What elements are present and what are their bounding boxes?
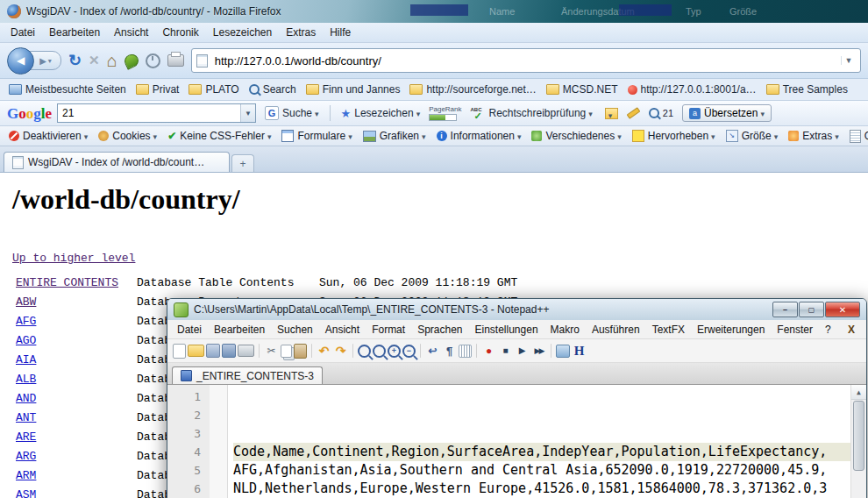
webdev-cookies-menu[interactable]: Cookies [93, 129, 162, 143]
webdev-groesse-menu[interactable]: Größe [721, 129, 784, 143]
history-clock-icon[interactable] [146, 53, 160, 68]
webdev-extras-menu[interactable]: Extras [783, 129, 844, 143]
menu-item[interactable]: Fenster [771, 322, 819, 338]
webdev-css-menu[interactable]: Keine CSS-Fehler [162, 129, 276, 143]
menu-item[interactable]: Lesezeichen [206, 25, 279, 40]
spellcheck-button[interactable]: Rechtschreibprüfung [467, 105, 596, 122]
menu-item[interactable]: Datei [4, 25, 42, 40]
tab-wsgidav[interactable]: WsgiDAV - Index of /world-db/count… [4, 152, 230, 172]
webdev-grafiken-menu[interactable]: Grafiken [358, 129, 431, 143]
menu-item[interactable]: Ansicht [107, 25, 155, 40]
play-macro-icon[interactable]: ▶ [515, 344, 530, 359]
word-find-button[interactable]: 21 [645, 106, 677, 120]
replace-icon[interactable] [373, 345, 386, 358]
entry-link[interactable]: ABW [16, 295, 36, 309]
stop-button[interactable] [89, 53, 100, 68]
new-tab-button[interactable]: + [231, 154, 254, 172]
url-history-dropdown-icon[interactable] [841, 56, 856, 65]
minimize-button[interactable] [772, 302, 798, 317]
print-icon[interactable] [238, 345, 254, 357]
bookmark-finn-und-jannes[interactable]: Finn und Jannes [302, 82, 405, 97]
close-button[interactable] [825, 302, 860, 317]
pagerank-widget[interactable]: PageRank [429, 105, 461, 121]
record-macro-icon[interactable]: ● [481, 344, 496, 359]
entry-link[interactable]: ASM [16, 488, 36, 498]
bookmark-mcsd-net[interactable]: MCSD.NET [542, 82, 623, 97]
open-file-icon[interactable] [188, 345, 204, 357]
search-history-dropdown-icon[interactable] [240, 104, 255, 122]
entry-link[interactable]: ENTIRE CONTENTS [16, 276, 118, 289]
webdev-verschiedenes-menu[interactable]: Verschiedenes [526, 129, 626, 143]
menu-item[interactable]: Einstellungen [469, 322, 544, 338]
bookmark-privat[interactable]: Privat [132, 82, 184, 97]
webdev-deaktivieren-menu[interactable]: Deaktivieren [4, 129, 93, 143]
redo-icon[interactable]: ↷ [333, 344, 348, 359]
menu-item[interactable]: Bearbeiten [42, 25, 107, 40]
menu-item[interactable]: Extras [279, 25, 323, 40]
menu-item[interactable]: Ansicht [319, 322, 366, 338]
bookmark-sourceforge[interactable]: http://sourceforge.net… [405, 82, 540, 97]
text-editor[interactable]: 123456 Code,Name,Continent,Region,Surfac… [167, 385, 866, 498]
reload-button[interactable] [68, 53, 82, 68]
zoom-out-icon[interactable]: − [402, 345, 416, 358]
entry-link[interactable]: ARG [16, 450, 36, 463]
paste-icon[interactable] [294, 344, 307, 359]
bookmark-plato[interactable]: PLATO [184, 82, 243, 97]
firefox-titlebar[interactable]: WsgiDAV - Index of /world-db/country/ - … [0, 0, 868, 23]
entry-link[interactable]: AIA [16, 353, 36, 366]
entry-link[interactable]: ARM [16, 469, 36, 482]
bookmark-meistbesuchte-seiten[interactable]: Meistbesuchte Seiten [4, 82, 131, 97]
document-monitor-icon[interactable] [556, 345, 570, 358]
webdev-formulare-menu[interactable]: Formulare [276, 129, 357, 143]
menu-item[interactable]: Suchen [271, 322, 319, 338]
menu-item[interactable]: ? [819, 322, 837, 338]
addon-leaf-icon[interactable] [122, 52, 140, 69]
save-all-icon[interactable] [222, 344, 236, 358]
undo-icon[interactable]: ↶ [317, 344, 331, 359]
entry-link[interactable]: AND [16, 392, 36, 405]
stop-macro-icon[interactable]: ■ [498, 344, 513, 359]
zoom-in-icon[interactable]: + [388, 345, 401, 358]
cut-icon[interactable]: ✂ [264, 344, 279, 359]
google-search-input[interactable] [58, 106, 240, 120]
menu-item[interactable]: Makro [544, 322, 586, 338]
entry-link[interactable]: AGO [16, 334, 36, 347]
url-input[interactable] [213, 53, 836, 68]
run-macro-multiple-icon[interactable]: ▶▶ [531, 344, 546, 359]
entry-link[interactable]: AFG [16, 315, 36, 328]
entry-link[interactable]: ALB [16, 373, 36, 386]
bookmark-localhost-8001[interactable]: http://127.0.0.1:8001/a… [623, 82, 761, 97]
notepad-titlebar[interactable]: C:\Users\Martin\AppData\Local\Temp\_ENTI… [167, 299, 866, 320]
document-tab[interactable]: _ENTIRE_CONTENTS-3 [172, 366, 323, 384]
scrollbar-thumb[interactable] [853, 401, 864, 471]
close-document-icon[interactable]: X [848, 324, 863, 336]
bookmark-search[interactable]: Search [245, 82, 301, 97]
home-button[interactable] [107, 52, 117, 69]
translate-button[interactable]: Übersetzen [682, 104, 772, 122]
maximize-button[interactable] [799, 302, 824, 317]
new-file-icon[interactable] [173, 344, 186, 359]
webdev-hervorheben-menu[interactable]: Hervorheben [627, 129, 721, 143]
html-preview-icon[interactable]: H [572, 344, 587, 359]
google-bookmarks-button[interactable]: Lesezeichen [338, 105, 424, 121]
menu-item[interactable]: Datei [171, 322, 208, 338]
menu-item[interactable]: Chronik [155, 25, 205, 40]
bookmark-tree-samples[interactable]: Tree Samples [762, 82, 852, 97]
save-icon[interactable] [206, 344, 220, 358]
autofill-button[interactable] [601, 106, 622, 121]
google-search-button[interactable]: Suche [261, 104, 323, 122]
indent-guide-icon[interactable] [459, 345, 472, 358]
scroll-up-icon[interactable] [851, 385, 866, 400]
menu-item[interactable]: Bearbeiten [208, 322, 271, 338]
webdev-quelltext-menu[interactable]: Quelltext [844, 129, 868, 144]
highlighter-icon[interactable] [626, 107, 640, 119]
entry-link[interactable]: ARE [16, 430, 36, 444]
menu-item[interactable]: Sprachen [411, 322, 468, 338]
back-button[interactable] [7, 47, 34, 75]
menu-item[interactable]: Format [366, 322, 411, 338]
menu-item[interactable]: Hilfe [323, 25, 358, 40]
menu-item[interactable]: Erweiterungen [691, 322, 771, 338]
print-button[interactable] [167, 54, 184, 67]
show-all-characters-icon[interactable]: ¶ [442, 344, 457, 359]
find-icon[interactable] [358, 345, 371, 358]
